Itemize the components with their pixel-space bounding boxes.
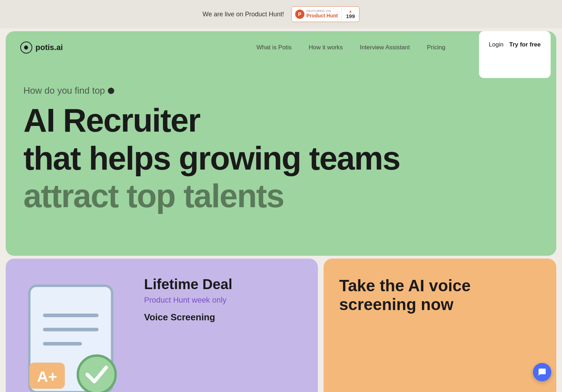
- ph-text-block: FEATURED ON Product Hunt: [307, 10, 338, 18]
- card-icons: A+: [23, 276, 130, 392]
- chat-icon: [538, 368, 546, 376]
- voice-screening-label: Voice Screening: [144, 312, 232, 323]
- ph-logo-circle: P: [295, 10, 304, 19]
- nav-links: What is Potis How it works Interview Ass…: [257, 44, 445, 51]
- lifetime-deal-title: Lifetime Deal: [144, 276, 232, 292]
- nav-actions: Login Try for free: [479, 31, 551, 78]
- document-icon: A+: [23, 280, 130, 392]
- main-card: potis.ai What is Potis How it works Inte…: [6, 31, 556, 256]
- hero-title-line1: AI Recruiter: [23, 103, 539, 138]
- ph-count: 199: [346, 13, 355, 19]
- ph-arrow-icon: ▲: [349, 9, 352, 13]
- hero-title-line2: that helps growing teams: [23, 141, 539, 176]
- announcement-bar: We are live on Product Hunt! P FEATURED …: [0, 0, 562, 28]
- login-button[interactable]: Login: [489, 41, 504, 48]
- nav-link-pricing[interactable]: Pricing: [427, 44, 445, 51]
- product-hunt-badge[interactable]: P FEATURED ON Product Hunt ▲ 199: [291, 6, 360, 22]
- ph-brand-name: Product Hunt: [307, 13, 338, 18]
- nav-link-what-is-potis[interactable]: What is Potis: [257, 44, 292, 51]
- hero-title-line3: attract top talents: [23, 179, 539, 213]
- hero-subtitle: How do you find top: [23, 85, 539, 96]
- announcement-text: We are live on Product Hunt!: [203, 11, 284, 18]
- card-orange[interactable]: Take the AI voice screening now: [324, 259, 556, 392]
- card-purple: A+: [6, 259, 318, 392]
- ph-logo-section: P FEATURED ON Product Hunt: [292, 7, 342, 21]
- lifetime-deal-subtitle: Product Hunt week only: [144, 296, 232, 305]
- card-purple-content: Lifetime Deal Product Hunt week only Voi…: [144, 276, 232, 323]
- chat-bubble-button[interactable]: [533, 363, 551, 381]
- nav-link-how-it-works[interactable]: How it works: [309, 44, 343, 51]
- card-orange-title: Take the AI voice screening now: [339, 276, 541, 314]
- nav-link-interview-assistant[interactable]: Interview Assistant: [360, 44, 410, 51]
- ph-count-section: ▲ 199: [342, 8, 359, 21]
- try-for-free-button[interactable]: Try for free: [509, 41, 541, 48]
- logo[interactable]: potis.ai: [20, 41, 63, 54]
- logo-icon: [20, 41, 33, 54]
- hero-section: How do you find top AI Recruiter that he…: [6, 64, 556, 256]
- navbar: potis.ai What is Potis How it works Inte…: [6, 31, 556, 64]
- hero-dot: [108, 88, 114, 94]
- logo-text: potis.ai: [35, 43, 63, 52]
- bottom-cards: A+: [6, 259, 556, 392]
- svg-text:A+: A+: [37, 368, 57, 385]
- svg-point-6: [78, 355, 116, 392]
